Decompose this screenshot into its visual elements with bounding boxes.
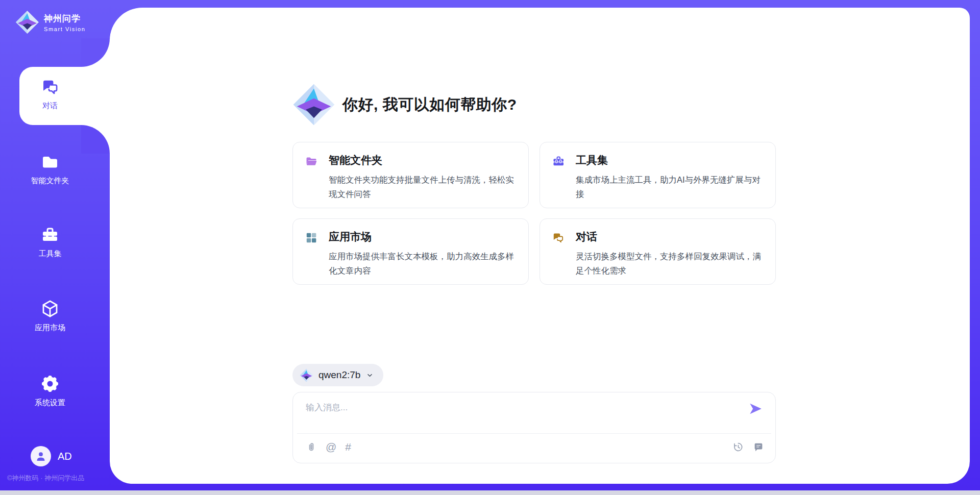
sidebar-item-toolset[interactable]: 工具集 [19, 225, 81, 259]
person-icon [35, 450, 47, 462]
avatar [31, 446, 51, 466]
model-name: qwen2:7b [318, 369, 360, 381]
model-logo-icon [300, 368, 313, 382]
folder-icon [40, 152, 60, 172]
card-description: 智能文件夹功能支持批量文件上传与清洗，轻松实现文件问答 [329, 172, 516, 201]
send-icon [748, 401, 763, 416]
sidebar-item-label: 应用市场 [35, 323, 65, 333]
message-input[interactable] [306, 402, 734, 429]
gear-icon [40, 374, 60, 394]
mention-icon[interactable]: @ [326, 441, 336, 453]
sidebar-item-label: 系统设置 [35, 398, 65, 408]
greeting: 你好, 我可以如何帮助你? [292, 83, 517, 126]
sidebar-item-app-market[interactable]: 应用市场 [19, 299, 81, 333]
attachment-icon[interactable] [306, 441, 317, 453]
feature-card-toolset[interactable]: 工具集 集成市场上主流工具，助力AI与外界无缝扩展与对接 [540, 142, 776, 208]
brand-subtitle: Smart Vision [44, 26, 85, 32]
user-initials: AD [58, 451, 72, 462]
sidebar-item-chat[interactable]: 对话 [19, 77, 81, 111]
chat-icon [40, 77, 60, 97]
card-title: 应用市场 [329, 229, 516, 244]
cube-icon [40, 299, 60, 319]
sidebar-item-smart-folder[interactable]: 智能文件夹 [19, 152, 81, 186]
brand-name: 神州问学 [44, 13, 85, 24]
app-root: 神州问学 Smart Vision 对话 智能文件夹 [0, 0, 980, 495]
brand: 神州问学 Smart Vision [15, 10, 85, 34]
model-selector[interactable]: qwen2:7b [292, 364, 383, 386]
card-description: 集成市场上主流工具，助力AI与外界无缝扩展与对接 [576, 172, 763, 201]
main-panel: 你好, 我可以如何帮助你? 智能文件夹 智能文件夹功能支持批量文件上传与清洗，轻… [110, 8, 970, 484]
card-body: 应用市场 应用市场提供丰富长文本模板，助力高效生成多样化文章内容 [329, 229, 516, 278]
composer-toolbar-right [732, 441, 764, 453]
composer-toolbar-left: @ # [306, 441, 351, 453]
sidebar-item-label: 工具集 [39, 249, 62, 259]
feedback-icon[interactable] [753, 441, 764, 453]
card-body: 对话 灵活切换多模型文件，支持多样回复效果调试，满足个性化需求 [576, 229, 763, 278]
history-icon[interactable] [732, 441, 744, 453]
composer-divider [297, 433, 771, 434]
sidebar: 神州问学 Smart Vision 对话 智能文件夹 [0, 0, 110, 490]
hashtag-icon[interactable]: # [345, 441, 351, 453]
composer-toolbar: @ # [306, 441, 764, 453]
feature-card-app-market[interactable]: 应用市场 应用市场提供丰富长文本模板，助力高效生成多样化文章内容 [292, 218, 529, 285]
card-title: 智能文件夹 [329, 153, 516, 168]
sidebar-item-label: 智能文件夹 [31, 176, 69, 186]
card-body: 智能文件夹 智能文件夹功能支持批量文件上传与清洗，轻松实现文件问答 [329, 153, 516, 201]
feature-cards: 智能文件夹 智能文件夹功能支持批量文件上传与清洗，轻松实现文件问答 [292, 142, 776, 285]
send-button[interactable] [747, 401, 764, 418]
bottom-strip [0, 490, 980, 495]
toolbox-icon [40, 225, 60, 245]
chevron-down-icon [365, 371, 374, 380]
sidebar-item-settings[interactable]: 系统设置 [19, 374, 81, 408]
card-title: 工具集 [576, 153, 763, 168]
card-body: 工具集 集成市场上主流工具，助力AI与外界无缝扩展与对接 [576, 153, 763, 201]
feature-card-smart-folder[interactable]: 智能文件夹 智能文件夹功能支持批量文件上传与清洗，轻松实现文件问答 [292, 142, 529, 208]
card-title: 对话 [576, 229, 763, 244]
card-description: 灵活切换多模型文件，支持多样回复效果调试，满足个性化需求 [576, 249, 763, 278]
feature-card-chat[interactable]: 对话 灵活切换多模型文件，支持多样回复效果调试，满足个性化需求 [540, 218, 776, 285]
brand-text: 神州问学 Smart Vision [44, 13, 85, 32]
folder-open-icon [305, 155, 317, 167]
user-profile[interactable]: AD [31, 446, 72, 466]
copyright: ©神州数码 · 神州问学出品 [7, 474, 84, 483]
greeting-title: 你好, 我可以如何帮助你? [342, 94, 517, 115]
briefcase-icon [552, 155, 565, 167]
chat-icon [552, 232, 565, 244]
assistant-logo-icon [292, 83, 335, 126]
tab-curve-top [81, 38, 110, 67]
card-description: 应用市场提供丰富长文本模板，助力高效生成多样化文章内容 [329, 249, 516, 278]
grid-icon [305, 232, 317, 244]
center-column: 你好, 我可以如何帮助你? 智能文件夹 智能文件夹功能支持批量文件上传与清洗，轻… [292, 8, 776, 484]
tab-curve-bottom [81, 125, 110, 154]
composer: @ # [292, 392, 776, 463]
sidebar-item-label: 对话 [42, 101, 58, 111]
brand-logo-icon [15, 10, 39, 34]
